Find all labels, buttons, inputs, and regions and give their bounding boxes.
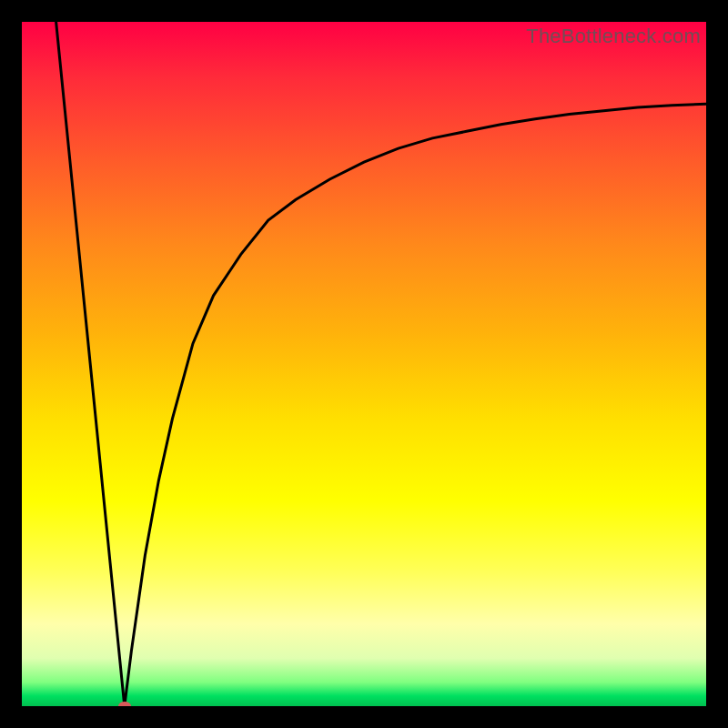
left-branch-path [56, 22, 125, 706]
minimum-marker [118, 702, 131, 706]
watermark-text: TheBottleneck.com [526, 25, 701, 48]
plot-area: TheBottleneck.com [22, 22, 706, 706]
curve-svg [22, 22, 706, 706]
chart-container: TheBottleneck.com [0, 0, 728, 728]
right-branch-path [125, 104, 706, 706]
